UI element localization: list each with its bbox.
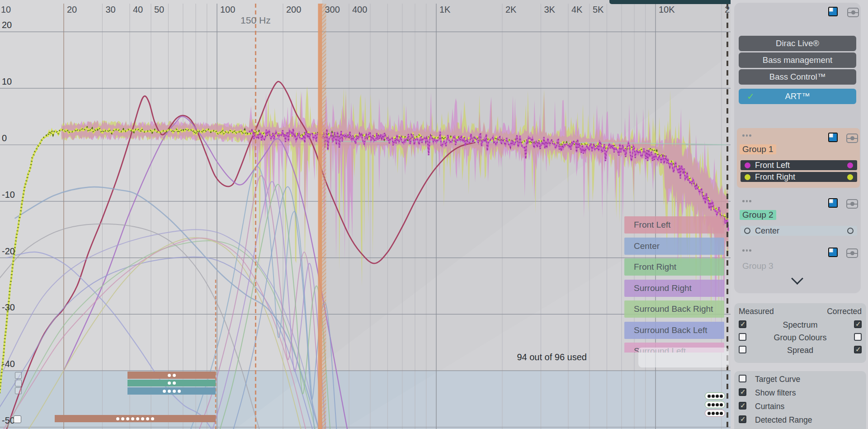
tab-art-label: ART™ bbox=[785, 91, 810, 101]
x-tick-400: 400 bbox=[352, 5, 367, 15]
legend-item-surround-right[interactable]: Surround Right bbox=[624, 280, 724, 297]
stack-icon[interactable] bbox=[828, 248, 838, 257]
y-tick-0: 0 bbox=[2, 133, 7, 143]
display-options-panel: Target CurveShow filtersCurtainsDetected… bbox=[734, 371, 866, 429]
check-icon: ✓ bbox=[747, 89, 755, 104]
bass-bar-1[interactable] bbox=[127, 372, 216, 379]
y-tick-10: 10 bbox=[2, 76, 12, 87]
corrected-checkbox-spread[interactable] bbox=[854, 346, 862, 353]
filters-used-card bbox=[638, 348, 729, 367]
crossover-frequency-label: 150 Hz bbox=[241, 15, 271, 26]
corrected-checkbox-group-colours[interactable] bbox=[854, 333, 862, 341]
tab-bass-control-[interactable]: Bass Control™ bbox=[739, 69, 856, 85]
x-tick-30: 30 bbox=[105, 5, 115, 15]
option-label: Detected Range bbox=[755, 415, 812, 425]
speaker-legend: Front LeftCenterFront RightSurround Righ… bbox=[624, 216, 724, 353]
bass-enable-checkbox[interactable] bbox=[14, 415, 21, 423]
filter-pill-3[interactable] bbox=[705, 410, 725, 417]
group-name-3[interactable]: Group 3 bbox=[740, 261, 776, 271]
corrected-checkbox-spectrum[interactable] bbox=[854, 320, 862, 328]
y-tick--50: -50 bbox=[2, 415, 15, 426]
curtain-band bbox=[318, 4, 322, 429]
option-label: Show filters bbox=[755, 388, 796, 398]
tab-art[interactable]: ✓ ART™ bbox=[739, 89, 856, 104]
view-row-label: Spread bbox=[734, 346, 866, 355]
legend-item-surround-back-right[interactable]: Surround Back Right bbox=[624, 300, 724, 318]
stack-icon[interactable] bbox=[828, 198, 838, 208]
bass-bar-3[interactable] bbox=[127, 387, 216, 395]
group-menu-icon[interactable] bbox=[742, 134, 751, 137]
sidebar: Dirac Live®Bass managementBass Control™ … bbox=[731, 0, 868, 429]
x-tick-1K: 1K bbox=[439, 5, 450, 15]
filter-pill-1[interactable] bbox=[705, 392, 725, 400]
x-tick-40: 40 bbox=[133, 5, 143, 15]
x-tick-300: 300 bbox=[325, 5, 340, 15]
bass-row-toggle-3[interactable] bbox=[15, 387, 22, 394]
view-row-label: Group Colours bbox=[734, 333, 866, 343]
frequency-response-chart[interactable]: 10203040501002003004001K2K3K4K5K10K2 201… bbox=[0, 0, 731, 429]
option-checkbox-show-filters[interactable] bbox=[739, 388, 746, 396]
group-name-2[interactable]: Group 2 bbox=[740, 210, 776, 220]
channel-row-center[interactable]: Center bbox=[741, 226, 857, 236]
y-tick--20: -20 bbox=[2, 246, 15, 257]
x-tick-5K: 5K bbox=[593, 5, 604, 15]
view-matrix-panel: Measured Corrected SpectrumGroup Colours… bbox=[734, 303, 866, 363]
x-tick-2K: 2K bbox=[505, 5, 516, 15]
legend-item-front-left[interactable]: Front Left bbox=[624, 216, 724, 234]
legend-item-surround-back-left[interactable]: Surround Back Left bbox=[624, 322, 724, 339]
option-checkbox-target-curve[interactable] bbox=[739, 375, 746, 382]
x-tick-50: 50 bbox=[154, 5, 164, 15]
x-tick-10: 10 bbox=[1, 5, 11, 15]
solo-icon[interactable] bbox=[847, 8, 859, 17]
chevron-down-icon[interactable] bbox=[792, 274, 803, 285]
group-block-1: Group 1Front LeftFront Right bbox=[737, 128, 860, 188]
x-tick-4K: 4K bbox=[571, 5, 582, 15]
channel-row-front-right[interactable]: Front Right bbox=[741, 172, 857, 182]
bass-row-toggle-1[interactable] bbox=[15, 372, 22, 379]
x-tick-3K: 3K bbox=[544, 5, 555, 15]
option-checkbox-curtains[interactable] bbox=[739, 402, 746, 410]
bass-bar-4[interactable] bbox=[55, 415, 216, 422]
bass-row-toggle-2[interactable] bbox=[15, 380, 22, 386]
view-row-label: Spectrum bbox=[734, 320, 866, 330]
y-tick--40: -40 bbox=[2, 359, 15, 369]
option-checkbox-detected-range[interactable] bbox=[739, 415, 746, 423]
corrected-header: Corrected bbox=[827, 307, 862, 316]
y-tick-20: 20 bbox=[2, 20, 12, 30]
chart-canvas bbox=[0, 0, 731, 429]
x-tick-200: 200 bbox=[286, 5, 301, 15]
y-tick--30: -30 bbox=[2, 302, 15, 313]
stack-icon[interactable] bbox=[828, 133, 838, 142]
legend-item-front-right[interactable]: Front Right bbox=[624, 258, 724, 276]
group-menu-icon[interactable] bbox=[742, 200, 751, 202]
solo-icon[interactable] bbox=[846, 248, 858, 258]
solo-icon[interactable] bbox=[846, 199, 858, 209]
solo-icon[interactable] bbox=[846, 133, 858, 143]
tab-dirac-live-[interactable]: Dirac Live® bbox=[739, 36, 856, 51]
dirac-live-window: 10203040501002003004001K2K3K4K5K10K2 201… bbox=[0, 0, 868, 429]
tab-bass-management[interactable]: Bass management bbox=[739, 52, 856, 68]
x-tick-2: 2 bbox=[725, 5, 730, 15]
legend-item-center[interactable]: Center bbox=[624, 238, 724, 255]
group-name-1[interactable]: Group 1 bbox=[740, 144, 776, 154]
filter-pill-2[interactable] bbox=[705, 401, 725, 408]
option-label: Target Curve bbox=[755, 375, 800, 384]
stack-icon[interactable] bbox=[828, 7, 838, 16]
group-block-2: Group 2Center bbox=[737, 194, 860, 240]
channel-groups-panel: Dirac Live®Bass managementBass Control™ … bbox=[734, 3, 861, 293]
y-tick--10: -10 bbox=[2, 190, 15, 200]
x-tick-20: 20 bbox=[67, 5, 77, 15]
channel-row-front-left[interactable]: Front Left bbox=[741, 160, 857, 170]
group-menu-icon[interactable] bbox=[742, 249, 751, 252]
filters-used-count: 94 out of 96 used bbox=[517, 352, 587, 362]
option-label: Curtains bbox=[755, 402, 784, 411]
bass-bar-2[interactable] bbox=[127, 380, 216, 386]
measured-header: Measured bbox=[739, 307, 774, 316]
group-block-3: Group 3 bbox=[737, 241, 860, 274]
x-tick-10K: 10K bbox=[659, 5, 675, 15]
x-tick-100: 100 bbox=[220, 5, 235, 15]
